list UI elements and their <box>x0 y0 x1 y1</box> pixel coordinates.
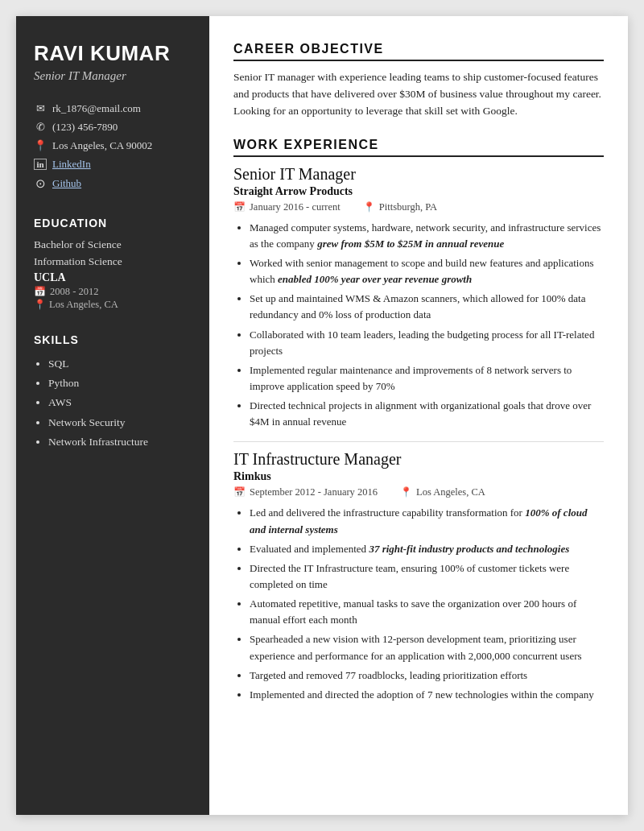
sidebar: RAVI KUMAR Senior IT Manager ✉ rk_1876@e… <box>16 16 209 815</box>
contact-email: ✉ rk_1876@email.com <box>34 102 192 115</box>
phone-text: (123) 456-7890 <box>52 121 118 134</box>
edu-degree-line2: Information Science <box>34 254 192 270</box>
bullet-2-2: Evaluated and implemented 37 right-fit i… <box>250 541 604 557</box>
job-date-2: 📅 September 2012 - January 2016 <box>233 486 378 498</box>
edu-location: 📍 Los Angeles, CA <box>34 299 192 311</box>
github-link[interactable]: Github <box>52 177 81 190</box>
bullet-2-3: Directed the IT Infrastructure team, ens… <box>250 560 604 593</box>
skills-heading: SKILLS <box>34 333 192 346</box>
job-date-1: 📅 January 2016 - current <box>233 201 341 213</box>
career-objective-section: CAREER OBJECTIVE Senior IT manager with … <box>233 42 604 120</box>
skill-python: Python <box>48 374 192 393</box>
contact-section: ✉ rk_1876@email.com ✆ (123) 456-7890 📍 L… <box>34 102 192 191</box>
contact-phone: ✆ (123) 456-7890 <box>34 121 192 134</box>
skill-network-security: Network Security <box>48 413 192 432</box>
bullet-2-1: Led and delivered the infrastructure cap… <box>250 505 604 537</box>
job-meta-2: 📅 September 2012 - January 2016 📍 Los An… <box>233 486 604 498</box>
work-experience-section: WORK EXPERIENCE Senior IT Manager Straig… <box>233 138 604 711</box>
bullet-2-7: Implemented and directed the adoption of… <box>250 687 604 703</box>
bullet-2-4: Automated repetitive, manual tasks to sa… <box>250 596 604 628</box>
bullet-1-1: Managed computer systems, hardware, netw… <box>250 220 604 252</box>
education-heading: EDUCATION <box>34 217 192 229</box>
candidate-title: Senior IT Manager <box>34 69 192 83</box>
contact-linkedin[interactable]: in LinkedIn <box>34 158 192 171</box>
job-location-1: 📍 Pittsburgh, PA <box>363 201 437 213</box>
bullet-1-2: Worked with senior management to scope a… <box>250 255 604 287</box>
calendar-icon: 📅 <box>34 286 46 298</box>
job-title-2: IT Infrastructure Manager <box>233 450 604 469</box>
location-icon: 📍 <box>34 139 47 152</box>
job-title-1: Senior IT Manager <box>233 165 604 184</box>
skills-section: SKILLS SQL Python AWS Network Security N… <box>34 333 192 452</box>
email-text: rk_1876@email.com <box>52 102 141 115</box>
job-company-1: Straight Arrow Products <box>233 185 604 198</box>
skill-network-infrastructure: Network Infrastructure <box>48 432 192 452</box>
linkedin-link[interactable]: LinkedIn <box>52 158 91 171</box>
job-bullets-1: Managed computer systems, hardware, netw… <box>233 220 604 431</box>
email-icon: ✉ <box>34 102 47 115</box>
education-section: EDUCATION Bachelor of Science Informatio… <box>34 217 192 311</box>
job-meta-1: 📅 January 2016 - current 📍 Pittsburgh, P… <box>233 201 604 213</box>
career-objective-text: Senior IT manager with experience leadin… <box>233 69 604 120</box>
calendar-icon-2: 📅 <box>233 486 246 498</box>
location-pin-icon: 📍 <box>34 299 46 311</box>
bullet-1-5: Implemented regular maintenance and impr… <box>250 362 604 395</box>
contact-location: 📍 Los Angeles, CA 90002 <box>34 139 192 152</box>
skill-aws: AWS <box>48 393 192 412</box>
bullet-1-3: Set up and maintained WMS & Amazon scann… <box>250 291 604 323</box>
edu-degree-line1: Bachelor of Science <box>34 238 192 253</box>
work-experience-heading: WORK EXPERIENCE <box>233 138 604 157</box>
bullet-2-6: Targeted and removed 77 roadblocks, lead… <box>250 668 604 684</box>
bullet-1-6: Directed technical projects in alignment… <box>250 398 604 430</box>
candidate-name: RAVI KUMAR <box>34 42 192 66</box>
bullet-2-5: Spearheaded a new vision with 12-person … <box>250 631 604 664</box>
skill-sql: SQL <box>48 354 192 374</box>
location-icon-2: 📍 <box>400 486 412 498</box>
job-bullets-2: Led and delivered the infrastructure cap… <box>233 505 604 703</box>
edu-years: 📅 2008 - 2012 <box>34 286 192 298</box>
job-entry-1: Senior IT Manager Straight Arrow Product… <box>233 165 604 431</box>
job-location-2: 📍 Los Angeles, CA <box>400 486 485 498</box>
main-content: CAREER OBJECTIVE Senior IT manager with … <box>209 16 628 815</box>
resume-container: RAVI KUMAR Senior IT Manager ✉ rk_1876@e… <box>16 16 628 815</box>
linkedin-icon: in <box>34 159 47 170</box>
location-icon-1: 📍 <box>363 201 375 213</box>
job-entry-2: IT Infrastructure Manager Rimkus 📅 Septe… <box>233 450 604 703</box>
career-objective-heading: CAREER OBJECTIVE <box>233 42 604 61</box>
contact-github[interactable]: ⊙ Github <box>34 176 192 191</box>
calendar-icon-1: 📅 <box>233 201 246 213</box>
location-text: Los Angeles, CA 90002 <box>52 139 152 152</box>
job-company-2: Rimkus <box>233 470 604 483</box>
bullet-1-4: Collaborated with 10 team leaders, leadi… <box>250 327 604 359</box>
skills-list: SQL Python AWS Network Security Network … <box>34 354 192 452</box>
job-divider <box>233 441 604 442</box>
phone-icon: ✆ <box>34 121 47 134</box>
github-icon: ⊙ <box>34 176 47 191</box>
edu-school: UCLA <box>34 271 192 284</box>
